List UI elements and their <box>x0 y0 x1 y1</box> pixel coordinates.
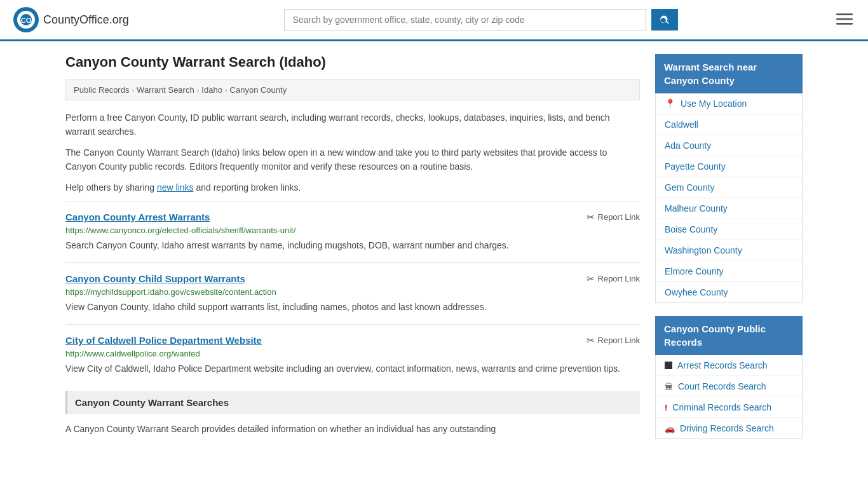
menu-button[interactable] <box>834 8 855 32</box>
search-button[interactable] <box>651 9 678 30</box>
report-link-3[interactable]: ✂ Report Link <box>587 335 640 346</box>
result-item-2: Canyon County Child Support Warrants ✂ R… <box>65 262 640 324</box>
logo-area: CO CountyOffice.org <box>13 6 129 33</box>
sidebar-records-section: Canyon County Public Records Arrest Reco… <box>655 316 803 439</box>
svg-rect-6 <box>836 22 853 24</box>
breadcrumb-idaho[interactable]: Idaho <box>201 85 222 95</box>
sidebar-item-malheur-county[interactable]: Malheur County <box>656 198 802 219</box>
new-links-link[interactable]: new links <box>157 182 194 193</box>
gem-county-link[interactable]: Gem County <box>665 182 715 193</box>
criminal-records-link[interactable]: Criminal Records Search <box>672 402 771 412</box>
washington-county-link[interactable]: Washington County <box>665 245 742 255</box>
breadcrumb: Public Records › Warrant Search › Idaho … <box>65 79 640 100</box>
result-url-1: https://www.canyonco.org/elected-officia… <box>65 226 640 235</box>
report-link-2[interactable]: ✂ Report Link <box>587 273 640 285</box>
court-records-link[interactable]: Court Records Search <box>678 381 766 391</box>
caldwell-link[interactable]: Caldwell <box>665 119 698 130</box>
result-desc-2: View Canyon County, Idaho child support … <box>65 301 640 314</box>
location-pin-icon: 📍 <box>665 98 675 109</box>
malheur-county-link[interactable]: Malheur County <box>665 203 728 214</box>
breadcrumb-public-records[interactable]: Public Records <box>74 85 129 95</box>
sidebar-item-criminal-records[interactable]: ! Criminal Records Search <box>656 397 802 418</box>
sidebar-item-arrest-records[interactable]: Arrest Records Search <box>656 355 802 376</box>
owyhee-county-link[interactable]: Owyhee County <box>665 287 728 297</box>
report-icon-1: ✂ <box>587 212 595 223</box>
result-url-2: https://mychildsupport.idaho.gov/cswebsi… <box>65 287 640 297</box>
svg-rect-5 <box>836 18 853 20</box>
sidebar-item-use-my-location[interactable]: 📍 Use My Location <box>656 93 802 114</box>
sidebar-item-ada-county[interactable]: Ada County <box>656 135 802 156</box>
hamburger-icon <box>836 11 853 27</box>
sidebar-records-heading: Canyon County Public Records <box>655 316 803 355</box>
sidebar-item-gem-county[interactable]: Gem County <box>656 177 802 198</box>
arrest-records-icon <box>665 362 672 369</box>
description-3: Help others by sharing new links and rep… <box>65 180 640 194</box>
result-url-3: http://www.caldwellpolice.org/wanted <box>65 349 640 358</box>
search-icon <box>659 14 670 25</box>
report-icon-3: ✂ <box>587 335 595 346</box>
page-title: Canyon County Warrant Search (Idaho) <box>65 54 640 71</box>
report-link-1[interactable]: ✂ Report Link <box>587 212 640 223</box>
boise-county-link[interactable]: Boise County <box>665 224 717 234</box>
logo-text: CountyOffice.org <box>43 13 129 27</box>
result-title-3[interactable]: City of Caldwell Police Department Websi… <box>65 335 262 346</box>
description-1: Perform a free Canyon County, ID public … <box>65 111 640 139</box>
sidebar-item-washington-county[interactable]: Washington County <box>656 240 802 261</box>
sidebar-item-elmore-county[interactable]: Elmore County <box>656 261 802 282</box>
payette-county-link[interactable]: Payette County <box>665 161 726 172</box>
ada-county-link[interactable]: Ada County <box>665 140 711 151</box>
sidebar: Warrant Search near Canyon County 📍 Use … <box>655 54 803 452</box>
warrant-searches-body: A Canyon County Warrant Search provides … <box>65 414 640 444</box>
description-2: The Canyon County Warrant Search (Idaho)… <box>65 146 640 174</box>
result-desc-3: View City of Caldwell, Idaho Police Depa… <box>65 362 640 376</box>
sidebar-item-boise-county[interactable]: Boise County <box>656 219 802 240</box>
warrant-searches-heading: Canyon County Warrant Searches <box>65 391 640 414</box>
sidebar-item-driving-records[interactable]: 🚗 Driving Records Search <box>656 418 802 438</box>
breadcrumb-warrant-search[interactable]: Warrant Search <box>137 85 194 95</box>
sidebar-item-owyhee-county[interactable]: Owyhee County <box>656 282 802 302</box>
breadcrumb-canyon-county[interactable]: Canyon County <box>230 85 287 95</box>
sidebar-nearby-list: 📍 Use My Location Caldwell Ada County Pa… <box>655 93 803 303</box>
svg-rect-4 <box>836 13 853 15</box>
driving-records-icon: 🚗 <box>665 424 675 433</box>
result-title-1[interactable]: Canyon County Arrest Warrants <box>65 212 210 222</box>
sidebar-item-court-records[interactable]: 🏛 Court Records Search <box>656 376 802 397</box>
arrest-records-link[interactable]: Arrest Records Search <box>677 360 768 370</box>
result-item-3: City of Caldwell Police Department Websi… <box>65 324 640 386</box>
search-area <box>284 9 678 30</box>
sidebar-nearby-section: Warrant Search near Canyon County 📍 Use … <box>655 54 803 303</box>
logo-icon: CO <box>13 6 39 33</box>
court-records-icon: 🏛 <box>665 382 673 391</box>
report-icon-2: ✂ <box>587 273 595 285</box>
criminal-records-icon: ! <box>665 403 667 412</box>
driving-records-link[interactable]: Driving Records Search <box>680 423 774 433</box>
svg-text:CO: CO <box>21 17 32 24</box>
result-desc-1: Search Canyon County, Idaho arrest warra… <box>65 239 640 252</box>
sidebar-item-caldwell[interactable]: Caldwell <box>656 114 802 135</box>
sidebar-nearby-heading: Warrant Search near Canyon County <box>655 54 803 93</box>
sidebar-item-payette-county[interactable]: Payette County <box>656 156 802 177</box>
search-input[interactable] <box>284 9 646 30</box>
main-content: Canyon County Warrant Search (Idaho) Pub… <box>65 54 640 452</box>
result-title-2[interactable]: Canyon County Child Support Warrants <box>65 273 245 284</box>
header: CO CountyOffice.org <box>0 0 868 41</box>
elmore-county-link[interactable]: Elmore County <box>665 266 724 276</box>
use-my-location-link[interactable]: Use My Location <box>681 98 747 109</box>
main-container: Canyon County Warrant Search (Idaho) Pub… <box>53 41 815 464</box>
result-item-1: Canyon County Arrest Warrants ✂ Report L… <box>65 201 640 262</box>
sidebar-records-list: Arrest Records Search 🏛 Court Records Se… <box>655 355 803 439</box>
